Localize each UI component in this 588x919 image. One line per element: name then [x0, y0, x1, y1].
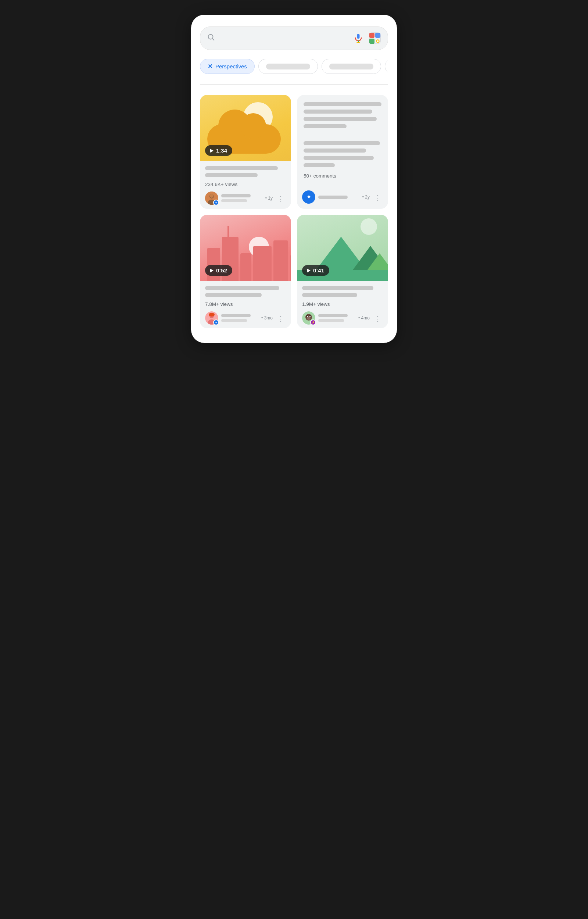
chip-perspectives[interactable]: ✕ Perspectives — [200, 59, 255, 74]
chip-3-placeholder — [329, 64, 373, 69]
card-1[interactable]: 1:34 234.6K+ views — [200, 95, 291, 209]
card-2-more[interactable]: ⋮ — [373, 192, 383, 204]
card-1-more[interactable]: ⋮ — [276, 193, 286, 205]
filter-chips: ✕ Perspectives — [200, 59, 388, 74]
star-icon: ✦ — [306, 193, 312, 201]
chip-perspectives-label: Perspectives — [215, 63, 247, 69]
card-1-time: • 1y — [265, 195, 273, 201]
svg-rect-7 — [375, 33, 380, 38]
svg-point-18 — [209, 313, 215, 317]
chip-4[interactable] — [385, 59, 388, 74]
card-4-body: 1.9M+ views — [297, 281, 388, 328]
card-3-thumb: 0:52 — [200, 215, 291, 281]
tl6 — [304, 149, 366, 153]
svg-point-10 — [377, 40, 379, 42]
card-1-title — [205, 166, 286, 177]
card-4-meta — [318, 314, 355, 322]
title-line-3-2 — [205, 293, 262, 297]
tl1 — [304, 102, 381, 106]
card-2-footer: ✦ • 2y ⋮ — [297, 191, 388, 209]
title-line-4-2 — [302, 293, 357, 297]
mountain-moon — [360, 218, 377, 235]
tl5 — [304, 141, 380, 145]
card-3-badge: ♥ — [213, 320, 219, 325]
card-2[interactable]: 50+ comments ✦ • 2y ⋮ — [297, 95, 388, 209]
svg-line-1 — [212, 39, 214, 40]
phone-container: ✕ Perspectives 1:34 — [191, 15, 397, 343]
card-4-badge: ⚡ — [310, 320, 316, 325]
search-bar[interactable] — [200, 26, 388, 50]
search-icon — [207, 33, 215, 44]
antenna — [228, 226, 229, 237]
card-1-footer: ♥ • 1y ⋮ — [205, 192, 286, 205]
card-4-duration: 0:41 — [302, 265, 329, 276]
divider — [200, 84, 388, 84]
search-actions — [353, 32, 381, 44]
card-1-meta — [221, 194, 262, 202]
card-2-meta — [318, 195, 359, 199]
building-3 — [240, 253, 251, 281]
title-line-1 — [205, 166, 278, 170]
card-4-title — [302, 286, 383, 297]
svg-rect-8 — [369, 39, 375, 44]
chip-2[interactable] — [258, 59, 318, 74]
card-2-text-lines — [304, 102, 381, 167]
title-line-2 — [205, 173, 258, 177]
card-3-time: • 3mo — [261, 315, 273, 321]
chip-2-placeholder — [266, 64, 310, 69]
card-2-time: • 2y — [362, 194, 370, 200]
svg-rect-2 — [357, 34, 360, 39]
card-4-footer: ⚡ • 4mo ⋮ — [302, 311, 383, 325]
building-4 — [253, 246, 271, 281]
meta-name-4 — [318, 314, 348, 317]
card-1-badge: ♥ — [213, 200, 219, 205]
meta-sub — [221, 199, 247, 202]
card-4-avatar-wrap: ⚡ — [302, 311, 315, 325]
title-line-4-1 — [302, 286, 373, 290]
building-6 — [290, 255, 291, 281]
card-4-views: 1.9M+ views — [302, 301, 383, 307]
search-input[interactable] — [220, 34, 349, 43]
tl2 — [304, 110, 372, 114]
card-3-duration: 0:52 — [205, 265, 232, 276]
chip-close-icon: ✕ — [208, 63, 212, 70]
meta-name — [221, 194, 250, 197]
card-4[interactable]: 0:41 1.9M+ views — [297, 215, 388, 328]
card-4-more[interactable]: ⋮ — [373, 313, 383, 325]
meta-sub-3 — [221, 319, 247, 322]
svg-point-24 — [307, 316, 308, 317]
chip-3[interactable] — [321, 59, 381, 74]
building-1 — [207, 248, 220, 281]
card-1-duration: 1:34 — [205, 145, 232, 156]
tl8 — [304, 163, 335, 167]
card-1-body: 234.6K+ views — [200, 161, 291, 208]
card-3-footer: ♥ • 3mo ⋮ — [205, 311, 286, 325]
mic-icon[interactable] — [353, 33, 363, 44]
building-5 — [273, 241, 288, 281]
card-3-more[interactable]: ⋮ — [276, 313, 286, 325]
card-1-thumb: 1:34 — [200, 95, 291, 161]
svg-point-25 — [309, 316, 310, 317]
card-4-thumb: 0:41 — [297, 215, 388, 281]
card-3[interactable]: 0:52 7.8M+ views — [200, 215, 291, 328]
card-3-views: 7.8M+ views — [205, 301, 286, 307]
svg-point-23 — [307, 317, 310, 320]
play-icon — [210, 149, 213, 153]
card-3-body: 7.8M+ views — [200, 281, 291, 328]
play-icon-3 — [210, 269, 213, 272]
svg-point-14 — [210, 194, 213, 198]
meta-name-3 — [221, 314, 250, 317]
meta-name-2 — [318, 195, 348, 199]
card-2-content: 50+ comments — [297, 95, 388, 191]
svg-rect-6 — [369, 33, 375, 38]
meta-sub-4 — [318, 319, 344, 322]
play-icon-4 — [307, 269, 310, 272]
card-1-views: 234.6K+ views — [205, 182, 286, 187]
lens-icon[interactable] — [368, 32, 381, 44]
card-4-time: • 4mo — [358, 315, 370, 321]
tl4 — [304, 124, 347, 128]
card-1-avatar-wrap: ♥ — [205, 192, 218, 205]
tl7 — [304, 156, 374, 160]
card-3-avatar-wrap: ♥ — [205, 311, 218, 325]
card-3-meta — [221, 314, 258, 322]
